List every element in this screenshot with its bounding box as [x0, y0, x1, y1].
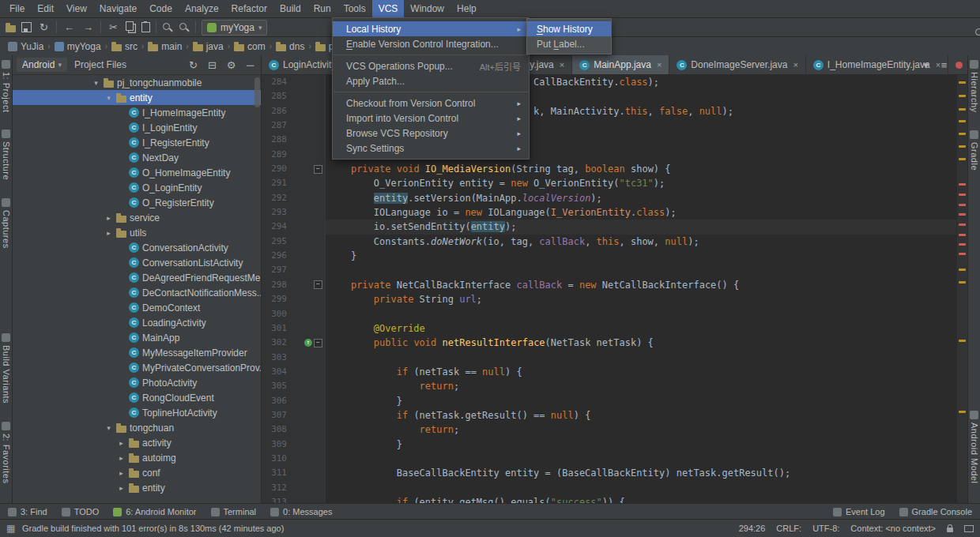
project-view-tab-android[interactable]: Android▾	[17, 58, 67, 72]
expand-arrow-icon[interactable]: ▸	[117, 454, 126, 462]
vcs-menu-item-sync-settings[interactable]: Sync Settings▸	[333, 141, 529, 156]
toolbar-button-redo[interactable]: →	[81, 21, 95, 34]
override-indicator-icon[interactable]: ↑	[304, 339, 312, 347]
stripe-mark[interactable]	[959, 213, 966, 216]
tool-window-button-6-android-monitor[interactable]: 6: Android Monitor	[113, 507, 196, 516]
tree-item-tongchuan[interactable]: ▾tongchuan	[13, 420, 261, 435]
line-separator-indicator[interactable]: CRLF:	[776, 524, 801, 533]
tree-item-utils[interactable]: ▸utils	[13, 225, 261, 240]
menubar-item-tools[interactable]: Tools	[337, 0, 372, 17]
fold-icon[interactable]: −	[314, 280, 322, 289]
menubar-item-refactor[interactable]: Refactor	[225, 0, 273, 17]
tree-item-activity[interactable]: ▸activity	[13, 435, 261, 450]
menubar-item-code[interactable]: Code	[143, 0, 179, 17]
tab-bar-button-switcher-list[interactable]: ≡	[937, 58, 951, 72]
stripe-mark[interactable]	[959, 95, 966, 97]
menubar-item-edit[interactable]: Edit	[31, 0, 60, 17]
stripe-mark[interactable]	[959, 108, 966, 111]
tool-strip-button-structure[interactable]: Structure	[2, 130, 11, 180]
tree-item-mainapp[interactable]: CMainApp	[13, 330, 261, 345]
tree-item-i-loginentity[interactable]: CI_LoginEntity	[13, 120, 261, 135]
close-icon[interactable]: ×	[657, 60, 662, 69]
tree-item-loadingactivity[interactable]: CLoadingActivity	[13, 315, 261, 330]
vcs-menu-item-vcs-operations-popup[interactable]: VCS Operations Popup...Alt+后引号	[333, 58, 529, 73]
tree-item-mymessageitemprovider[interactable]: CMyMessageItemProvider	[13, 345, 261, 360]
expand-arrow-icon[interactable]: ▸	[117, 469, 126, 477]
context-indicator[interactable]: Context: <no context>	[850, 524, 936, 533]
tool-strip-button-2-favorites[interactable]: 2: Favorites	[2, 422, 11, 483]
toolbar-button-open-project[interactable]	[6, 23, 16, 32]
tree-item-i-homeimageentity[interactable]: CI_HomeImageEntity	[13, 105, 261, 120]
vcs-menu-item-enable-version-control-integration[interactable]: Enable Version Control Integration...	[333, 36, 529, 51]
expand-arrow-icon[interactable]: ▸	[104, 214, 113, 222]
tree-item-deagreedfriendrequestme[interactable]: CDeAgreedFriendRequestMe...	[13, 270, 261, 285]
tree-item-o-homeimageentity[interactable]: CO_HomeImageEntity	[13, 165, 261, 180]
caret-position[interactable]: 294:26	[739, 524, 766, 533]
editor-tab-mainapp-java[interactable]: CMainApp.java×	[572, 55, 669, 74]
menubar-item-window[interactable]: Window	[404, 0, 450, 17]
menubar-item-view[interactable]: View	[60, 0, 93, 17]
expand-arrow-icon[interactable]: ▸	[117, 484, 126, 492]
tree-item-conversationlistactivity[interactable]: CConversationListActivity	[13, 255, 261, 270]
tool-strip-button-android-model[interactable]: Android Model	[970, 411, 979, 483]
breadcrumb-dns[interactable]: dns	[273, 41, 307, 52]
stripe-mark[interactable]	[959, 234, 966, 236]
vcs-menu-item-import-into-version-control[interactable]: Import into Version Control▸	[333, 111, 529, 126]
menubar-item-run[interactable]: Run	[307, 0, 337, 17]
tree-item-entity[interactable]: ▾entity	[13, 90, 261, 105]
breadcrumb-yujia[interactable]: YuJia	[6, 41, 46, 52]
tool-window-button-gradle-console[interactable]: Gradle Console	[899, 507, 972, 516]
tree-item-toplinehotactivity[interactable]: CToplineHotActivity	[13, 405, 261, 420]
stripe-mark[interactable]	[959, 268, 966, 271]
error-stripe-bar[interactable]	[956, 75, 967, 504]
collapse-arrow-icon[interactable]: ▾	[104, 94, 113, 102]
menubar-item-help[interactable]: Help	[450, 0, 483, 17]
breadcrumb-com[interactable]: com	[232, 41, 268, 52]
tree-item-rongcloudevent[interactable]: CRongCloudEvent	[13, 390, 261, 405]
tree-item-i-registerentity[interactable]: CI_RegisterEntity	[13, 135, 261, 150]
menubar-item-analyze[interactable]: Analyze	[179, 0, 225, 17]
menubar-item-file[interactable]: File	[3, 0, 31, 17]
breadcrumb-main[interactable]: main	[145, 41, 184, 52]
toolbar-button-find[interactable]	[162, 22, 173, 33]
toolbar-button-cut[interactable]: ✂	[107, 21, 120, 34]
project-view-tab-project-files[interactable]: Project Files	[69, 58, 132, 72]
toolbar-button-replace[interactable]	[179, 22, 190, 33]
menubar-item-vcs[interactable]: VCS	[372, 0, 405, 17]
encoding-indicator[interactable]: UTF-8:	[812, 524, 839, 533]
stripe-mark[interactable]	[959, 133, 966, 135]
vcs-menu-item-local-history[interactable]: Local History▸	[333, 21, 529, 36]
breadcrumb-myyoga[interactable]: myYoga	[52, 41, 104, 52]
tool-strip-button-captures[interactable]: Captures	[2, 198, 11, 249]
tree-item-autoimg[interactable]: ▸autoimg	[13, 450, 261, 465]
close-icon[interactable]: ×	[793, 60, 797, 69]
panel-button-collapse-all[interactable]: ⊟	[205, 58, 219, 72]
toolbar-button-paste[interactable]	[141, 22, 150, 32]
panel-button-hide-panel[interactable]: ─	[243, 58, 257, 72]
tree-item-service[interactable]: ▸service	[13, 210, 261, 225]
close-icon[interactable]: ×	[560, 60, 564, 69]
expand-arrow-icon[interactable]: ▸	[117, 439, 126, 447]
stripe-mark[interactable]	[959, 81, 966, 84]
tree-item-conf[interactable]: ▸conf	[13, 465, 261, 480]
fold-icon[interactable]: −	[314, 165, 322, 174]
project-tree-scrollbar[interactable]	[254, 77, 260, 107]
tool-window-button-terminal[interactable]: Terminal	[211, 507, 257, 516]
tree-item-photoactivity[interactable]: CPhotoActivity	[13, 375, 261, 390]
tool-strip-button-build-variants[interactable]: Build Variants	[2, 333, 11, 404]
menubar-item-navigate[interactable]: Navigate	[93, 0, 143, 17]
vcs-menu-item-browse-vcs-repository[interactable]: Browse VCS Repository▸	[333, 126, 529, 141]
tree-item-pj-tongchuanmobile[interactable]: ▾pj_tongchuanmobile	[13, 75, 261, 90]
tree-item-entity[interactable]: ▸entity	[13, 480, 261, 495]
tree-item-conversationactivity[interactable]: CConversationActivity	[13, 240, 261, 255]
submenu-item-show-history[interactable]: Show History	[527, 21, 611, 36]
stripe-mark[interactable]	[959, 340, 966, 342]
tree-item-democontext[interactable]: CDemoContext	[13, 300, 261, 315]
stripe-mark[interactable]	[959, 411, 966, 413]
tool-strip-button-1-project[interactable]: 1: Project	[2, 60, 11, 112]
toolbar-button-copy[interactable]	[126, 24, 136, 31]
tool-window-button-todo[interactable]: TODO	[62, 507, 100, 516]
tool-window-button-event-log[interactable]: Event Log	[833, 507, 885, 516]
project-tree[interactable]: ▾pj_tongchuanmobile▾entityCI_HomeImageEn…	[13, 75, 261, 504]
stripe-mark[interactable]	[959, 204, 966, 206]
